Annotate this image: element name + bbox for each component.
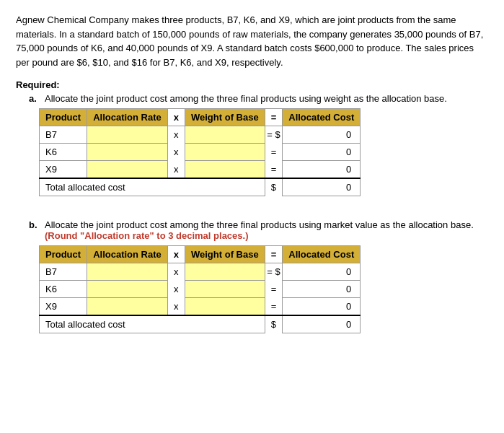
th-weight-a: Weight of Base [185, 109, 265, 126]
table-row: X9 x = 0 [40, 298, 361, 316]
th-product-b: Product [40, 246, 87, 263]
th-weight-b: Weight of Base [185, 246, 265, 263]
alloc-rate-x9-b[interactable] [87, 298, 168, 316]
alloc-rate-b7-b[interactable] [87, 263, 168, 281]
th-alloc-a: Allocation Rate [87, 109, 168, 126]
table-row: B7 x = $ 0 [40, 126, 361, 144]
weight-b7-b[interactable] [185, 263, 265, 281]
th-product-a: Product [40, 109, 87, 126]
intro-paragraph: Agnew Chemical Company makes three produ… [16, 13, 488, 69]
alloc-rate-k6-b[interactable] [87, 281, 168, 298]
eq-b7-a: = $ [265, 126, 283, 144]
part-b-text: Allocate the joint product cost among th… [45, 219, 474, 230]
eq-k6-a: = [265, 144, 283, 161]
th-x-a: x [167, 109, 185, 126]
th-x-b: x [167, 246, 185, 263]
table-b: Product Allocation Rate x Weight of Base… [39, 245, 361, 333]
product-k6-b: K6 [40, 281, 87, 298]
weight-k6-b[interactable] [185, 281, 265, 298]
allocated-b7-a: 0 [283, 126, 361, 144]
part-a-text: Allocate the joint product cost among th… [45, 93, 447, 104]
th-allocated-b: Allocated Cost [283, 246, 361, 263]
product-b7-a: B7 [40, 126, 87, 144]
table-row: X9 x = 0 [40, 161, 361, 179]
product-x9-a: X9 [40, 161, 87, 179]
product-x9-b: X9 [40, 298, 87, 316]
th-eq-b: = [265, 246, 283, 263]
total-label-b: Total allocated cost [40, 315, 265, 333]
total-value-b: 0 [283, 315, 361, 333]
weight-b7-a[interactable] [185, 126, 265, 144]
allocated-k6-a: 0 [283, 144, 361, 161]
eq-x9-b: = [265, 298, 283, 316]
table-row: B7 x = $ 0 [40, 263, 361, 281]
table-row: K6 x = 0 [40, 281, 361, 298]
x-sign-k6-b: x [167, 281, 185, 298]
th-allocated-a: Allocated Cost [283, 109, 361, 126]
eq-k6-b: = [265, 281, 283, 298]
th-eq-a: = [265, 109, 283, 126]
eq-b7-b: = $ [265, 263, 283, 281]
eq-x9-a: = [265, 161, 283, 179]
weight-x9-a[interactable] [185, 161, 265, 179]
part-a-letter: a. [29, 93, 40, 104]
product-b7-b: B7 [40, 263, 87, 281]
total-label-a: Total allocated cost [40, 178, 265, 196]
total-row-a: Total allocated cost $ 0 [40, 178, 361, 196]
th-alloc-b: Allocation Rate [87, 246, 168, 263]
total-dollar-a: $ [265, 178, 283, 196]
x-sign-b7-b: x [167, 263, 185, 281]
part-b-letter: b. [29, 219, 40, 230]
total-value-a: 0 [283, 178, 361, 196]
product-k6-a: K6 [40, 144, 87, 161]
table-a: Product Allocation Rate x Weight of Base… [39, 108, 361, 196]
x-sign-x9-a: x [167, 161, 185, 179]
allocated-x9-b: 0 [283, 298, 361, 316]
alloc-rate-k6-a[interactable] [87, 144, 168, 161]
x-sign-b7-a: x [167, 126, 185, 144]
weight-x9-b[interactable] [185, 298, 265, 316]
part-b-note: (Round "Allocation rate" to 3 decimal pl… [45, 230, 249, 241]
x-sign-k6-a: x [167, 144, 185, 161]
x-sign-x9-b: x [167, 298, 185, 316]
alloc-rate-b7-a[interactable] [87, 126, 168, 144]
allocated-x9-a: 0 [283, 161, 361, 179]
allocated-k6-b: 0 [283, 281, 361, 298]
total-row-b: Total allocated cost $ 0 [40, 315, 361, 333]
table-row: K6 x = 0 [40, 144, 361, 161]
allocated-b7-b: 0 [283, 263, 361, 281]
weight-k6-a[interactable] [185, 144, 265, 161]
total-dollar-b: $ [265, 315, 283, 333]
alloc-rate-x9-a[interactable] [87, 161, 168, 179]
required-label: Required: [16, 79, 488, 90]
